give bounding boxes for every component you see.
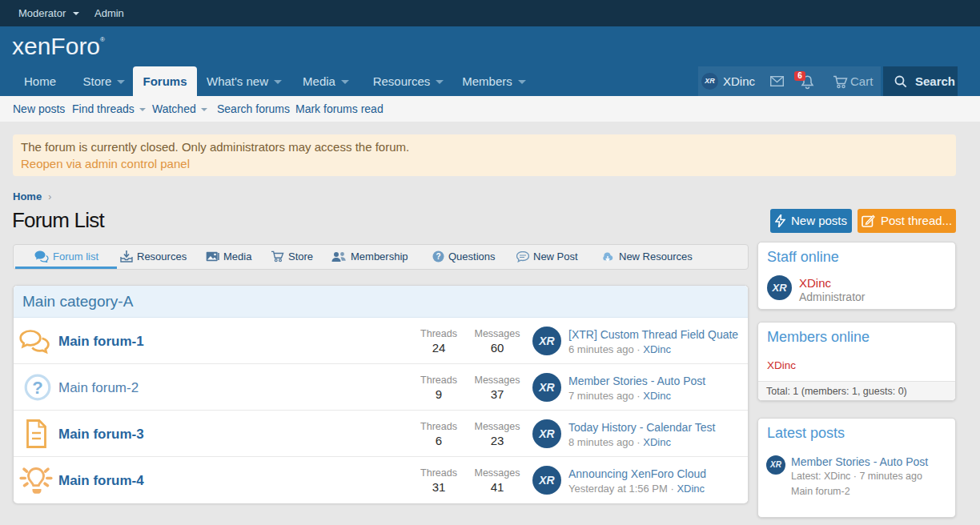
svg-text:?: ? bbox=[32, 378, 42, 398]
svg-text:?: ? bbox=[436, 252, 440, 261]
